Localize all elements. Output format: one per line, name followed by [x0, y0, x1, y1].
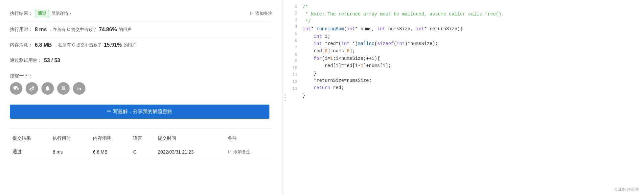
code-line-6: int *red=(int *)malloc(sizeof(int)*numsS… [303, 40, 644, 47]
line-num-4: 4 [288, 24, 297, 31]
code-line-7: red[0]=nums[0]; [303, 47, 644, 55]
line-num-6: 6 [288, 37, 297, 44]
code-line-1: /* [303, 3, 644, 11]
memory-row: 内存消耗： 6.8 MB ，在所有 C 提交中击败了 15.91% 的用户 [10, 39, 272, 51]
result-cell: 通过 [10, 145, 50, 159]
separator-2 [10, 37, 272, 37]
code-line-12: return red; [303, 84, 644, 91]
time-desc: ，在所有 C 提交中击败了 [49, 27, 97, 33]
col-header-memory: 内存消耗 [90, 132, 130, 145]
pass-badge: 通过 [35, 10, 49, 17]
add-note-top-button[interactable]: ▷ 添加备注 [250, 11, 272, 16]
memory-desc: ，在所有 C 提交中击败了 [54, 42, 102, 48]
dot-3 [285, 100, 286, 101]
time-users: 的用户 [119, 27, 131, 33]
test-label: 通过测试用例： [10, 58, 42, 63]
time-cell: 8 ms [50, 145, 90, 159]
code-line-9: red[i]=red[i-1]+nums[i]; [303, 62, 644, 69]
memory-cell: 6.8 MB [90, 145, 130, 159]
line-num-3: 3 [288, 17, 297, 24]
col-header-language: 语言 [130, 132, 155, 145]
time-row: 执行用时： 8 ms ，在所有 C 提交中击败了 74.86% 的用户 [10, 23, 272, 36]
wechat-icon[interactable] [10, 82, 22, 95]
execution-result-label: 执行结果： [10, 11, 33, 16]
line-numbers: 1 2 3 4 5 6 7 8 9 10 11 12 13 [288, 3, 303, 192]
panel-divider [283, 0, 288, 195]
line-num-10: 10 [288, 65, 297, 72]
line-num-8: 8 [288, 51, 297, 58]
line-num-5: 5 [288, 31, 297, 37]
code-line-11: *returnSize=numsSize; [303, 77, 644, 84]
submissions-table: 提交结果 执行用时 内存消耗 语言 提交时间 备注 通过 8 ms 6.8 MB… [10, 132, 272, 159]
submit-time-cell: 2022/03/31 21:23 [155, 145, 225, 159]
table-row: 通过 8 ms 6.8 MB C 2022/03/31 21:23 ▷ 添加备注 [10, 145, 272, 159]
time-percent: 74.86% [99, 27, 117, 33]
separator-3 [10, 53, 272, 53]
submissions-table-section: 提交结果 执行用时 内存消耗 语言 提交时间 备注 通过 8 ms 6.8 MB… [10, 129, 272, 159]
douban-icon[interactable]: 豆 [57, 82, 70, 95]
memory-label: 内存消耗： [10, 42, 33, 48]
col-header-note: 备注 [225, 132, 272, 145]
show-detail-link[interactable]: 显示详情 › [51, 11, 71, 16]
note-cell: ▷ 添加备注 [225, 145, 272, 159]
watermark: CSDN @茶湖 [614, 187, 639, 192]
notification-icon[interactable] [41, 82, 54, 95]
code-line-8: for(i=1;i<numsSize;++i){ [303, 55, 644, 62]
separator-1 [10, 22, 272, 22]
line-num-13: 13 [288, 85, 297, 92]
show-off-section: 炫耀一下： 豆 in [10, 70, 272, 99]
social-icons-row: 豆 in [10, 82, 272, 95]
col-header-result: 提交结果 [10, 132, 50, 145]
code-area: 1 2 3 4 5 6 7 8 9 10 11 12 13 /* * Note:… [288, 0, 644, 195]
dot-1 [285, 94, 286, 96]
memory-percent: 15.91% [104, 42, 122, 48]
memory-users: 的用户 [124, 42, 136, 48]
linkedin-icon[interactable]: in [73, 82, 85, 95]
test-cases-row: 通过测试用例： 53 / 53 [10, 54, 272, 67]
left-panel: 执行结果： 通过 显示详情 › ▷ 添加备注 执行用时： 8 ms ，在所有 C… [0, 0, 283, 195]
line-num-9: 9 [288, 58, 297, 65]
separator-4 [10, 68, 272, 68]
dot-2 [285, 97, 286, 98]
line-num-11: 11 [288, 72, 297, 79]
code-line-13: } [303, 92, 644, 99]
show-off-label: 炫耀一下： [10, 73, 272, 79]
line-num-7: 7 [288, 44, 297, 51]
table-header-row: 提交结果 执行用时 内存消耗 语言 提交时间 备注 [10, 132, 272, 145]
code-content: /* * Note: The returned array must be ma… [303, 3, 644, 192]
code-line-4: int* runningSum(int* nums, int numsSize,… [303, 25, 644, 33]
line-num-1: 1 [288, 3, 297, 10]
line-num-2: 2 [288, 10, 297, 17]
time-value: 8 ms [35, 27, 47, 33]
add-note-inline-button[interactable]: ▷ 添加备注 [228, 149, 270, 155]
result-row: 执行结果： 通过 显示详情 › ▷ 添加备注 [10, 7, 272, 20]
code-line-3: */ [303, 18, 644, 25]
line-num-12: 12 [288, 79, 297, 85]
weibo-icon[interactable] [26, 82, 38, 95]
code-line-2: * Note: The returned array must be mallo… [303, 11, 644, 18]
col-header-submit-time: 提交时间 [155, 132, 225, 145]
write-solution-button[interactable]: ✏ 写题解，分享我的解题思路 [10, 105, 269, 119]
code-line-5: int i; [303, 33, 644, 40]
code-line-10: } [303, 70, 644, 77]
code-editor-panel: 1 2 3 4 5 6 7 8 9 10 11 12 13 /* * Note:… [288, 0, 644, 195]
language-cell: C [130, 145, 155, 159]
memory-value: 6.8 MB [35, 42, 52, 48]
test-value: 53 / 53 [44, 58, 60, 63]
time-label: 执行用时： [10, 27, 33, 33]
col-header-time: 执行用时 [50, 132, 90, 145]
